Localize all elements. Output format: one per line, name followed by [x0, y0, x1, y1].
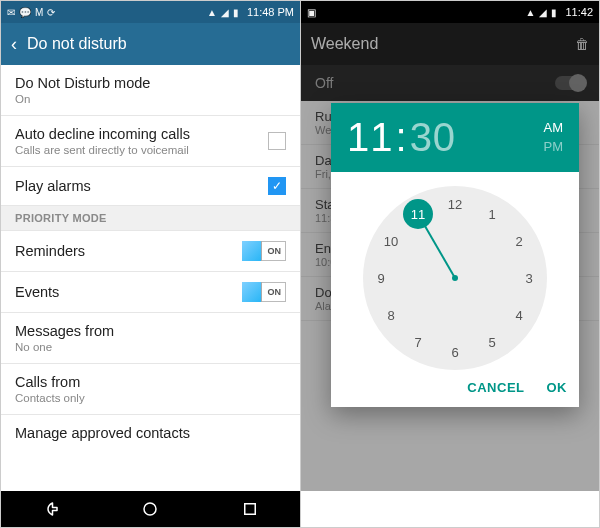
hour-display[interactable]: 11 [347, 115, 394, 159]
nav-recent-icon[interactable] [241, 500, 259, 518]
clock-6[interactable]: 6 [443, 340, 467, 364]
am-toggle[interactable]: AM [544, 119, 564, 137]
wifi-icon: ▲ [526, 7, 536, 18]
clock-center-icon [452, 275, 458, 281]
settings-list: Do Not Disturb mode On Auto decline inco… [1, 65, 300, 491]
cancel-button[interactable]: CANCEL [467, 380, 524, 395]
row-messages-from[interactable]: Messages from No one [1, 313, 300, 364]
mail-icon: ✉ [7, 7, 15, 18]
android-time-picker-screen: ▣ ▲ ◢ ▮ 11:42 Weekend 🗑 Off Rule nWeeke … [300, 1, 599, 527]
row-manage-contacts[interactable]: Manage approved contacts [1, 415, 300, 451]
clock-2[interactable]: 2 [507, 229, 531, 253]
row-auto-decline[interactable]: Auto decline incoming calls Calls are se… [1, 116, 300, 167]
clock-7[interactable]: 7 [406, 330, 430, 354]
battery-icon: ▮ [551, 7, 557, 18]
auto-decline-checkbox[interactable] [268, 132, 286, 150]
htc-do-not-disturb-screen: ✉ 💬 M ⟳ ▲ ◢ ▮ 11:48 PM ‹ Do not disturb … [1, 1, 300, 527]
signal-icon: ◢ [539, 7, 547, 18]
time-picker-dialog: 11:30 AM PM 12 1 2 3 4 5 6 [331, 103, 579, 407]
clock-12[interactable]: 12 [443, 192, 467, 216]
row-calls-from[interactable]: Calls from Contacts only [1, 364, 300, 415]
time-display: 11:30 AM PM [331, 103, 579, 172]
gmail-icon: M [35, 7, 43, 18]
wifi-icon: ▲ [207, 7, 217, 18]
clock-face[interactable]: 12 1 2 3 4 5 6 7 8 9 10 11 [363, 186, 547, 370]
battery-icon: ▮ [233, 7, 239, 18]
ok-button[interactable]: OK [547, 380, 568, 395]
sync-icon: ⟳ [47, 7, 55, 18]
minute-display[interactable]: 30 [410, 115, 457, 159]
clock-4[interactable]: 4 [507, 303, 531, 327]
clock-10[interactable]: 10 [379, 229, 403, 253]
events-toggle[interactable]: ON [242, 282, 286, 302]
image-icon: ▣ [307, 7, 316, 18]
clock-1[interactable]: 1 [480, 202, 504, 226]
clock-5[interactable]: 5 [480, 330, 504, 354]
priority-mode-header: PRIORITY MODE [1, 206, 300, 231]
clock-3[interactable]: 3 [517, 266, 541, 290]
signal-icon: ◢ [221, 7, 229, 18]
svg-rect-1 [245, 504, 256, 515]
status-time: 11:48 PM [247, 6, 294, 18]
svg-point-0 [144, 503, 156, 515]
status-bar: ✉ 💬 M ⟳ ▲ ◢ ▮ 11:48 PM [1, 1, 300, 23]
row-play-alarms[interactable]: Play alarms ✓ [1, 167, 300, 206]
screen-title: Do not disturb [27, 35, 127, 53]
status-bar: ▣ ▲ ◢ ▮ 11:42 [301, 1, 599, 23]
clock-11-selected[interactable]: 11 [403, 199, 433, 229]
clock-8[interactable]: 8 [379, 303, 403, 327]
pm-toggle[interactable]: PM [544, 138, 564, 156]
clock-9[interactable]: 9 [369, 266, 393, 290]
nav-home-icon[interactable] [141, 500, 159, 518]
status-time: 11:42 [565, 6, 593, 18]
reminders-toggle[interactable]: ON [242, 241, 286, 261]
back-icon[interactable]: ‹ [11, 34, 17, 55]
row-reminders[interactable]: Reminders ON [1, 231, 300, 272]
play-alarms-checkbox[interactable]: ✓ [268, 177, 286, 195]
chat-icon: 💬 [19, 7, 31, 18]
action-bar: ‹ Do not disturb [1, 23, 300, 65]
nav-bar [1, 491, 300, 527]
row-dnd-mode[interactable]: Do Not Disturb mode On [1, 65, 300, 116]
nav-back-icon[interactable] [42, 500, 60, 518]
row-events[interactable]: Events ON [1, 272, 300, 313]
